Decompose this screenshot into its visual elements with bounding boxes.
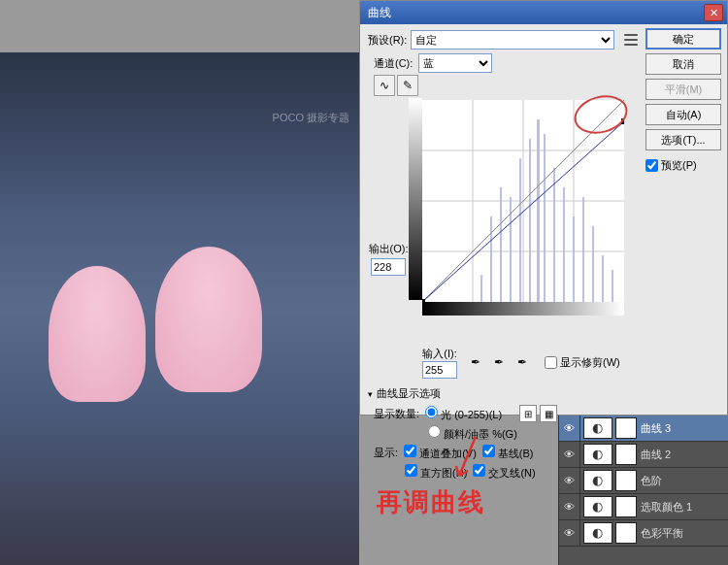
- watermark: POCO 摄影专题: [273, 111, 349, 125]
- layer-name: 曲线 3: [641, 421, 671, 436]
- close-button[interactable]: ✕: [704, 4, 723, 21]
- svg-rect-10: [519, 158, 521, 302]
- layer-thumb[interactable]: [583, 444, 612, 465]
- output-input[interactable]: [371, 258, 406, 276]
- layer-mask[interactable]: [615, 417, 637, 439]
- layer-name: 色彩平衡: [641, 526, 683, 541]
- close-icon: ✕: [710, 7, 718, 19]
- layer-name: 选取颜色 1: [641, 500, 692, 515]
- svg-rect-8: [500, 187, 502, 302]
- layer-row[interactable]: 👁 色阶: [559, 468, 728, 494]
- chk-intersection[interactable]: 交叉线(N): [473, 464, 535, 481]
- output-gradient: [409, 98, 422, 300]
- dialog-titlebar[interactable]: 曲线 ✕: [360, 1, 727, 24]
- options-button[interactable]: 选项(T)...: [645, 129, 721, 150]
- svg-rect-6: [480, 275, 482, 302]
- layer-row[interactable]: 👁 色彩平衡: [559, 520, 728, 547]
- dialog-title: 曲线: [368, 5, 391, 21]
- annotation-text: 再调曲线: [377, 485, 485, 519]
- visibility-icon[interactable]: 👁: [559, 494, 580, 519]
- curves-dialog: 曲线 ✕ 预设(R): 自定 通道(C): 蓝 ∿ ✎: [359, 0, 728, 415]
- channel-label: 通道(C):: [374, 56, 413, 71]
- svg-rect-12: [537, 119, 540, 302]
- preset-label: 预设(R):: [368, 33, 407, 48]
- annotation-arrow-icon: [451, 432, 480, 485]
- preview-checkbox[interactable]: 预览(P): [645, 158, 721, 173]
- show-clipping-checkbox[interactable]: 显示修剪(W): [545, 355, 620, 370]
- preset-menu-icon[interactable]: [624, 34, 638, 46]
- edited-photo: POCO 摄影专题: [0, 52, 359, 565]
- layer-thumb[interactable]: [583, 496, 612, 517]
- grid-fine-icon[interactable]: ▦: [540, 405, 557, 422]
- show-amount-label: 显示数量:: [374, 407, 419, 421]
- visibility-icon[interactable]: 👁: [559, 520, 580, 546]
- layer-mask[interactable]: [615, 496, 637, 517]
- radio-light[interactable]: 光 (0-255)(L): [425, 406, 502, 422]
- svg-rect-19: [602, 255, 604, 302]
- pencil-tool-icon[interactable]: ✎: [397, 75, 418, 96]
- layer-thumb[interactable]: [583, 417, 612, 439]
- svg-rect-14: [553, 168, 555, 302]
- svg-rect-17: [582, 197, 584, 302]
- layer-mask[interactable]: [615, 522, 637, 544]
- smooth-button: 平滑(M): [645, 79, 721, 100]
- visibility-icon[interactable]: 👁: [559, 415, 580, 441]
- visibility-icon[interactable]: 👁: [559, 442, 580, 467]
- gray-dropper-icon[interactable]: ✒: [494, 355, 510, 371]
- show-label: 显示:: [374, 446, 398, 460]
- curve-graph[interactable]: [422, 100, 624, 302]
- svg-rect-7: [490, 216, 492, 302]
- visibility-icon[interactable]: 👁: [559, 468, 580, 493]
- layer-row[interactable]: 👁 曲线 3: [559, 415, 728, 442]
- layer-thumb[interactable]: [583, 522, 612, 544]
- auto-button[interactable]: 自动(A): [645, 104, 721, 125]
- svg-rect-18: [592, 226, 594, 302]
- layer-name: 曲线 2: [641, 448, 671, 462]
- layer-mask[interactable]: [615, 470, 637, 491]
- black-dropper-icon[interactable]: ✒: [471, 355, 486, 371]
- layer-row[interactable]: 👁 选取颜色 1: [559, 494, 728, 520]
- ok-button[interactable]: 确定: [645, 28, 721, 50]
- channel-select[interactable]: 蓝: [418, 53, 492, 73]
- svg-rect-20: [612, 270, 613, 302]
- layers-panel: 👁 曲线 3 👁 曲线 2 👁 色阶 👁 选取颜色 1 👁 色彩平衡: [558, 415, 728, 565]
- layer-row[interactable]: 👁 曲线 2: [559, 442, 728, 468]
- svg-rect-13: [544, 134, 546, 302]
- white-dropper-icon[interactable]: ✒: [517, 355, 533, 371]
- input-label: 输入(I):: [422, 347, 456, 361]
- collapse-icon[interactable]: ▾: [368, 389, 373, 399]
- layer-name: 色阶: [641, 474, 662, 488]
- grid-coarse-icon[interactable]: ⊞: [519, 405, 537, 422]
- input-gradient: [422, 302, 624, 316]
- input-input[interactable]: [422, 361, 457, 379]
- svg-rect-16: [573, 216, 575, 302]
- svg-rect-15: [563, 187, 565, 302]
- display-section-label: 曲线显示选项: [377, 386, 441, 401]
- svg-rect-11: [529, 139, 531, 302]
- layer-mask[interactable]: [615, 444, 637, 465]
- layer-thumb[interactable]: [583, 470, 612, 491]
- chk-baseline[interactable]: 基线(B): [482, 445, 534, 461]
- preset-select[interactable]: 自定: [411, 30, 614, 50]
- output-label: 输出(O):: [368, 242, 409, 256]
- cancel-button[interactable]: 取消: [645, 53, 721, 75]
- curve-tool-icon[interactable]: ∿: [374, 75, 395, 96]
